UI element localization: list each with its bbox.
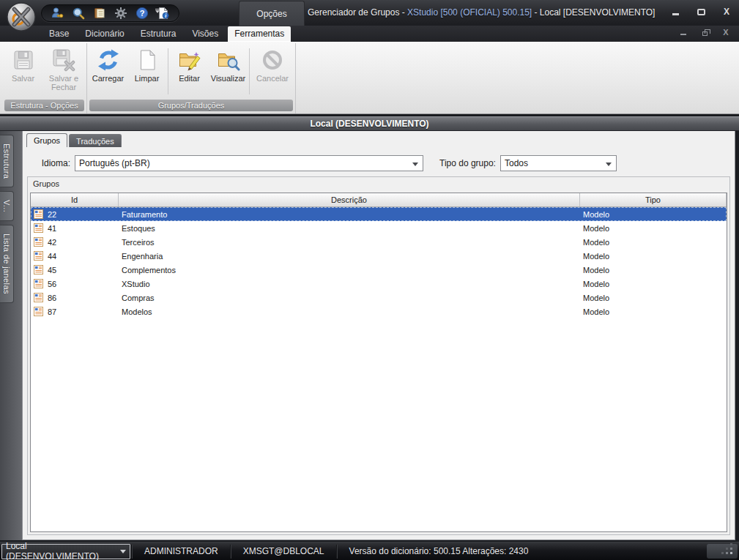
statusbar-separator <box>336 545 338 559</box>
button-label: Salvar e Fechar <box>42 74 85 92</box>
ribbon-tab[interactable]: Estrutura <box>134 26 183 42</box>
connection-select[interactable]: Local (DESENVOLVIMENTO) <box>1 544 130 559</box>
table-row[interactable]: 41 Estoques Modelo <box>31 221 727 235</box>
cell-descricao: Modelos <box>119 307 580 316</box>
grid-header: Id Descrição Tipo <box>31 193 727 207</box>
ribbon-tab[interactable]: Visões <box>185 26 225 42</box>
salvar-button: Salvar <box>4 45 42 98</box>
cell-id: 87 <box>48 307 56 316</box>
ribbon-group-grupos-traducoes: Carregar Limpar <box>87 43 296 113</box>
restore-icon <box>702 31 708 36</box>
cell-tipo: Modelo <box>580 252 727 261</box>
tipo-grupo-select[interactable]: Todos <box>500 155 617 171</box>
maximize-icon <box>697 9 705 15</box>
form-icon <box>34 223 43 233</box>
user-key-icon[interactable] <box>51 7 64 20</box>
save-icon <box>12 48 35 72</box>
button-label: Visualizar <box>211 74 246 83</box>
gear-icon[interactable] <box>114 7 127 20</box>
chevron-down-icon <box>155 10 160 13</box>
content-tab[interactable]: Grupos <box>26 133 67 147</box>
mdi-restore-button[interactable] <box>700 28 709 37</box>
table-row[interactable]: 86 Compras Modelo <box>31 291 727 305</box>
cell-id: 42 <box>48 238 56 247</box>
column-header-id[interactable]: Id <box>31 193 119 206</box>
help-icon[interactable]: ? <box>135 7 149 20</box>
cell-descricao: Complementos <box>119 266 580 275</box>
titlebar: ? i Opções Gerenciador de Grupos - XStud… <box>0 0 739 26</box>
cell-descricao: Faturamento <box>119 210 580 219</box>
dock-sidebar: Estrutura V... Lista de janelas <box>0 131 22 540</box>
cancel-icon <box>261 48 284 72</box>
main-panel: Grupos Traduções Idioma: Português (pt-B… <box>22 131 735 540</box>
content-tab[interactable]: Traduções <box>69 134 122 147</box>
contextual-tab-group-header: Opções <box>239 1 305 26</box>
qat-customize-button[interactable] <box>155 9 160 13</box>
form-icon <box>34 237 43 247</box>
sidebar-tab[interactable]: Lista de janelas <box>0 225 14 303</box>
button-label: Carregar <box>92 74 124 83</box>
carregar-button[interactable]: Carregar <box>89 45 127 98</box>
ribbon-separator <box>168 48 168 94</box>
sidebar-tab[interactable]: V... <box>0 191 14 221</box>
ribbon-group-estrutura-opcoes: Salvar Salvar e Fechar <box>2 43 87 113</box>
ribbon-tab[interactable]: Base <box>42 26 75 42</box>
application-window: ? i Opções Gerenciador de Grupos - XStud… <box>0 0 739 560</box>
book-icon[interactable] <box>93 7 106 20</box>
limpar-button[interactable]: Limpar <box>127 45 166 98</box>
table-row[interactable]: 56 XStudio Modelo <box>31 277 727 291</box>
column-header-tipo[interactable]: Tipo <box>580 193 727 206</box>
table-row[interactable]: 22 Faturamento Modelo <box>31 207 727 221</box>
search-icon[interactable] <box>72 7 85 20</box>
column-header-descricao[interactable]: Descrição <box>119 193 580 206</box>
cell-descricao: Engenharia <box>119 252 580 261</box>
form-icon <box>34 209 43 219</box>
cell-tipo: Modelo <box>580 210 727 219</box>
cell-descricao: Estoques <box>119 224 580 233</box>
idioma-label: Idioma: <box>29 158 70 168</box>
mdi-window-controls: X <box>679 28 730 37</box>
chevron-down-icon <box>412 163 418 166</box>
form-icon <box>34 251 43 261</box>
x-logo-icon <box>6 1 37 32</box>
groupbox-caption: Grupos <box>28 177 729 190</box>
table-row[interactable]: 44 Engenharia Modelo <box>31 249 727 263</box>
button-label: Cancelar <box>256 74 289 83</box>
ribbon-tab[interactable]: Dicionário <box>78 26 130 42</box>
blank-page-icon <box>135 48 159 72</box>
app-orb-button[interactable] <box>6 1 37 32</box>
visualizar-button[interactable]: Visualizar <box>209 45 248 98</box>
idioma-select[interactable]: Português (pt-BR) <box>75 155 423 171</box>
refresh-icon <box>97 48 120 72</box>
cell-tipo: Modelo <box>580 280 727 288</box>
grupos-grid: Id Descrição Tipo <box>30 193 727 532</box>
cell-id: 45 <box>48 266 56 275</box>
table-row[interactable]: 45 Complementos Modelo <box>31 263 727 277</box>
button-label: Limpar <box>135 74 160 83</box>
mdi-minimize-button[interactable] <box>679 28 688 37</box>
button-label: Editar <box>179 74 200 83</box>
table-row[interactable]: 42 Terceiros Modelo <box>31 235 727 249</box>
ribbon-separator <box>249 48 250 94</box>
cell-id: 41 <box>48 224 56 233</box>
window-controls: X <box>670 7 732 17</box>
table-row[interactable]: 87 Modelos Modelo <box>31 305 727 318</box>
sidebar-tab[interactable]: Estrutura <box>0 135 14 187</box>
statusbar-separator <box>230 545 231 559</box>
maximize-button[interactable] <box>696 7 706 17</box>
mdi-close-button[interactable]: X <box>721 28 730 37</box>
statusbar-dictionary-info: Versão do dicionário: 500.15 Alterações:… <box>338 546 540 556</box>
ribbon-tab[interactable]: Ferramentas <box>228 26 291 42</box>
cell-descricao: XStudio <box>119 280 580 288</box>
edit-folder-icon <box>178 48 201 72</box>
minimize-button[interactable] <box>670 7 680 17</box>
tipo-grupo-label: Tipo do grupo: <box>439 158 496 168</box>
tipo-grupo-value: Todos <box>505 158 528 168</box>
close-button[interactable]: X <box>721 7 732 17</box>
cell-id: 44 <box>48 252 56 261</box>
editar-button[interactable]: Editar <box>170 45 209 98</box>
resize-grip[interactable] <box>707 544 738 559</box>
grid-body: 22 Faturamento Modelo <box>31 207 727 531</box>
cell-descricao: Compras <box>119 294 580 302</box>
idioma-value: Português (pt-BR) <box>79 158 150 168</box>
